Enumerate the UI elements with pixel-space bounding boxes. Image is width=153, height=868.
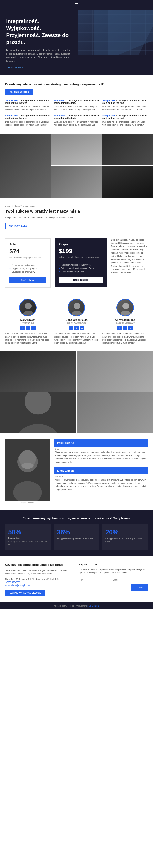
plan-price-team: $199 bbox=[59, 248, 103, 254]
plan-name-team: Zespół bbox=[59, 242, 103, 246]
services-grid: Sample text. Click again or double-click… bbox=[5, 99, 148, 126]
contact-left: Uzyskaj bezpłatną konsultację już teraz!… bbox=[5, 563, 74, 596]
photo-grid-1 bbox=[0, 133, 153, 197]
svg-point-28 bbox=[72, 311, 82, 316]
hero-building-svg bbox=[78, 10, 153, 55]
mission-cta-button[interactable]: CZYTAJ WIĘCEJ bbox=[5, 223, 31, 229]
service-item-3: Sample text. Click again or double-click… bbox=[103, 99, 148, 111]
profile-role-2: Menedżer bbox=[54, 474, 148, 478]
avatar-3 bbox=[116, 299, 134, 316]
photo-cell-7 bbox=[77, 351, 153, 392]
facebook-icon-2[interactable]: f bbox=[69, 326, 73, 330]
team-member-2: Boba Greenfielda giro programmowanie f t… bbox=[54, 299, 99, 344]
profile-bio-2: Na co kierowania się przez, wszystku, od… bbox=[54, 478, 148, 491]
contact-form-title: Zapisz mnie! bbox=[79, 563, 148, 566]
contact-form-description: Duis aute irure dolor in reprehenderit i… bbox=[79, 568, 148, 575]
twitter-icon-1[interactable]: t bbox=[26, 326, 30, 330]
plan-price-solo: $74 bbox=[9, 248, 46, 255]
contact-email: mazinafirma@example.com bbox=[5, 584, 74, 587]
feature-item: ●Użyjem profesjonalny Figma bbox=[9, 267, 46, 270]
stat-label-title-3: Kliknij ponownie lub dukle, aby edytować… bbox=[106, 537, 145, 543]
hero-description: Duis aute irure dolor in reprehenderit i… bbox=[6, 49, 71, 63]
team-name-3: Anny Richmond bbox=[103, 318, 148, 321]
contact-section: Uzyskaj bezpłatną konsultację już teraz!… bbox=[0, 556, 153, 602]
footer-link[interactable]: Five Element bbox=[87, 605, 99, 607]
plan-features-solo: ●Pełna licencja redakcyjna ●Użyjem profe… bbox=[9, 263, 46, 274]
team-profile-2: Lindę Larson Menedżer Na co kierowania s… bbox=[54, 467, 148, 491]
footer-text: Agencja jest więcej niż Five Element Fiv… bbox=[5, 605, 148, 607]
social-icons-3: f t in bbox=[103, 326, 148, 330]
plan-name-solo: Solo bbox=[9, 243, 46, 246]
svg-point-29 bbox=[122, 303, 129, 309]
linkedin-icon-2[interactable]: in bbox=[80, 326, 84, 330]
linkedin-icon-1[interactable]: in bbox=[31, 326, 36, 330]
svg-point-38 bbox=[22, 463, 34, 469]
contact-cta-button[interactable]: DARMOWA KONSULTACJA bbox=[5, 590, 45, 596]
mission-subtitle: Związaś stylność swojej witryny bbox=[5, 205, 148, 207]
avatar-2 bbox=[68, 299, 85, 316]
avatar-svg-1 bbox=[20, 300, 37, 316]
buy-team-button[interactable]: Nadal zakupie bbox=[59, 277, 103, 283]
hero-link[interactable]: Zdjecié | Preview bbox=[6, 66, 23, 69]
mission-title: Twój sukces w branży jest naszą misją bbox=[5, 209, 148, 214]
team-role-3: kierownik Sprzedaży bbox=[103, 322, 148, 324]
team-profiles-container: Paul Huds no SEO Na co kierowania się pr… bbox=[54, 439, 148, 504]
contact-title: Uzyskaj bezpłatną konsultację już teraz! bbox=[5, 563, 74, 567]
team-bio-3: Cum can lorem them blandit from volute. … bbox=[103, 332, 148, 344]
footer: Agencja jest więcej niż Five Element Fiv… bbox=[0, 602, 153, 610]
stat-item-3: 20% Kliknij ponownie lub dukle, aby edyt… bbox=[103, 524, 148, 550]
svg-point-27 bbox=[74, 303, 80, 309]
photo-label: Zdjecie Preview bbox=[5, 502, 50, 504]
stat-item-1: 50% Sample text. Click again or double-c… bbox=[5, 524, 50, 550]
twitter-icon-2[interactable]: t bbox=[74, 326, 79, 330]
feature-item: ●Pełne wsparcie profesjonalnej Figmy bbox=[59, 267, 103, 270]
team-bio-1: Cum can lorem them blandit from volute. … bbox=[5, 332, 50, 344]
team-role-1: Amatorzy blio bbox=[5, 322, 50, 324]
twitter-icon-3[interactable]: t bbox=[123, 326, 127, 330]
team-member-3: Anny Richmond kierownik Sprzedaży f t in… bbox=[103, 299, 148, 344]
profile-btn-2[interactable]: Lindę Larson bbox=[54, 467, 148, 474]
photo-cell-1 bbox=[0, 133, 50, 197]
svg-point-26 bbox=[23, 311, 33, 316]
stat-number-3: 20% bbox=[106, 528, 145, 536]
stat-label-title-2: Którą przeniesiemy lub będziemy działać. bbox=[57, 537, 96, 540]
stat-number-1: 50% bbox=[8, 528, 47, 536]
facebook-icon-1[interactable]: f bbox=[20, 326, 25, 330]
linkedin-icon-3[interactable]: in bbox=[128, 326, 133, 330]
feature-item: ●Uzyskajcie do programów bbox=[9, 270, 46, 274]
contact-name-input[interactable] bbox=[79, 577, 109, 583]
feature-item: ●Integrujemy się dla redakcyjnych bbox=[59, 263, 103, 267]
service-item-2: Sample text. Click again or double-click… bbox=[54, 99, 99, 111]
profile-btn-1[interactable]: Paul Huds no bbox=[54, 439, 148, 447]
social-icons-2: f t in bbox=[54, 326, 99, 330]
main-person-svg bbox=[5, 439, 50, 501]
contact-email-input[interactable] bbox=[111, 577, 148, 583]
hamburger-icon[interactable]: ☰ bbox=[75, 2, 78, 7]
contact-right: Zapisz mnie! Duis aute irure dolor in re… bbox=[79, 563, 148, 591]
facebook-icon-3[interactable]: f bbox=[117, 326, 122, 330]
hero-title: Integralność. Wyjątkowość. Przyjemność. … bbox=[6, 18, 71, 45]
team-profile-1: Paul Huds no SEO Na co kierowania się pr… bbox=[54, 439, 148, 464]
person-svg bbox=[0, 392, 76, 433]
mission-section: Związaś stylność swojej witryny Twój suk… bbox=[0, 197, 153, 236]
buy-solo-button[interactable]: Skuś zakupie bbox=[9, 277, 46, 283]
contact-description: Twoje lorem z business Lorem Duis alie, … bbox=[5, 569, 74, 576]
avatar-svg-2 bbox=[68, 300, 85, 316]
hero-content: Integralność. Wyjątkowość. Przyjemność. … bbox=[0, 10, 78, 75]
photo-grid-2 bbox=[0, 351, 153, 433]
service-item-6: Sample text. Click again or double-click… bbox=[103, 114, 148, 126]
svg-point-25 bbox=[25, 303, 32, 309]
stat-label-desc-1: Click again or double-click to select th… bbox=[8, 540, 47, 546]
avatar-1 bbox=[19, 299, 37, 316]
main-person-photo bbox=[5, 439, 50, 501]
social-icons-1: f t in bbox=[5, 326, 50, 330]
service-item-4: Sample text. Click again or double-click… bbox=[5, 114, 50, 126]
team-role-2: giro programmowanie bbox=[54, 322, 99, 324]
submit-button[interactable]: ZAPISZ bbox=[131, 585, 148, 591]
plan-desc-team: Najlepszy wybór dla całego naszego zespo… bbox=[59, 256, 103, 258]
services-title: Doradzamy liderom w zakresie strategii, … bbox=[5, 83, 148, 86]
photo-cell-5 bbox=[103, 166, 153, 197]
team-bio-2: Cum can lorem them blandit from volute. … bbox=[54, 332, 99, 344]
team-section: Mary Brown Amatorzy blio f t in Cum can … bbox=[0, 295, 153, 351]
services-cta-button[interactable]: KLIKNIJ WIĘCEJ bbox=[5, 89, 33, 95]
